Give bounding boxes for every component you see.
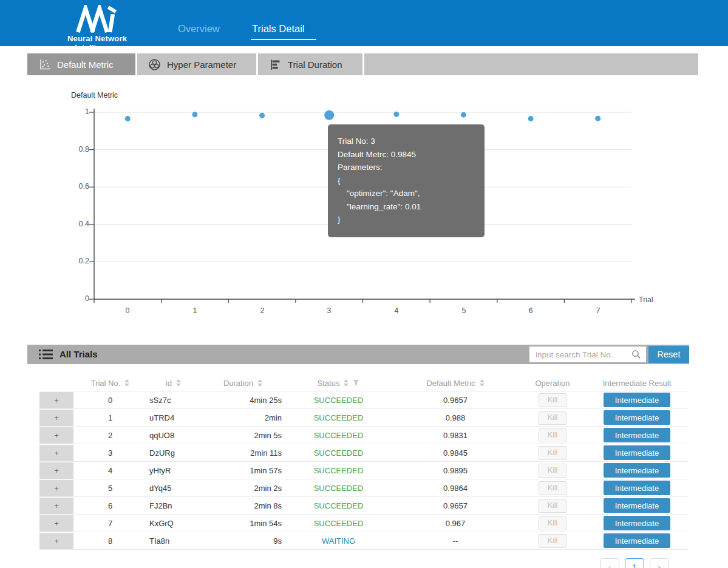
duration-cell: 1min 54s <box>200 519 285 528</box>
x-axis-name: Trial <box>639 296 653 304</box>
kill-button[interactable]: Kill <box>539 481 566 495</box>
search-box <box>529 347 646 362</box>
x-tick-label: 2 <box>244 306 281 315</box>
status-cell: SUCCEEDED <box>285 431 392 440</box>
tooltip-line: "optimizer": "Adam", <box>338 187 475 200</box>
expand-row-button[interactable]: + <box>39 445 73 461</box>
intermediate-button[interactable]: Intermediate <box>604 393 670 407</box>
status-cell: SUCCEEDED <box>285 466 392 475</box>
table-row: + 3 DzURg 2min 11s SUCCEEDED 0.9845 Kill… <box>39 444 688 462</box>
expand-row-button[interactable]: + <box>39 410 73 426</box>
kill-button[interactable]: Kill <box>539 516 566 530</box>
expand-row-button[interactable]: + <box>39 533 73 549</box>
x-tick-label: 3 <box>311 306 347 315</box>
expand-row-button[interactable]: + <box>39 480 73 496</box>
expand-row-button[interactable]: + <box>39 515 73 532</box>
intermediate-button[interactable]: Intermediate <box>604 533 670 548</box>
intermediate-button[interactable]: Intermediate <box>604 445 670 460</box>
kill-button[interactable]: Kill <box>539 428 566 442</box>
duration-cell: 1min 57s <box>200 466 285 475</box>
kill-button[interactable]: Kill <box>539 499 566 513</box>
intermediate-button[interactable]: Intermediate <box>604 428 670 442</box>
sort-icon[interactable] <box>480 379 485 387</box>
header-trial-no[interactable]: Trial No. <box>75 379 146 388</box>
kill-button[interactable]: Kill <box>539 446 566 460</box>
search-input[interactable] <box>529 347 646 362</box>
sort-icon[interactable] <box>344 379 349 387</box>
status-cell: WAITING <box>285 536 392 546</box>
y-tick-label: 0.2 <box>53 257 89 265</box>
expand-row-button[interactable]: + <box>39 427 73 444</box>
table-row: + 8 TIa8n 9s WAITING -- Kill Intermediat… <box>39 532 688 550</box>
sort-icon[interactable] <box>176 379 181 387</box>
pagination-prev-button[interactable]: ‹ <box>600 558 619 568</box>
expand-row-button[interactable]: + <box>39 392 73 408</box>
pagination: ‹ 1 › <box>600 558 669 568</box>
trial-id-cell: qqUO8 <box>146 431 200 440</box>
expand-row-button[interactable]: + <box>39 462 73 479</box>
metric-cell: 0.988 <box>392 413 519 422</box>
tooltip-line: Default Metrc: 0.9845 <box>338 148 475 161</box>
x-tick-label: 6 <box>512 306 549 315</box>
y-tick-label: 0.8 <box>53 145 89 154</box>
expand-row-button[interactable]: + <box>39 498 73 514</box>
kill-button[interactable]: Kill <box>539 464 566 478</box>
trial-no-cell: 2 <box>75 431 146 440</box>
tooltip-line: Trial No: 3 <box>338 135 475 148</box>
status-cell: SUCCEEDED <box>285 448 392 458</box>
status-cell: SUCCEEDED <box>285 501 392 510</box>
trial-no-cell: 3 <box>75 448 146 458</box>
table-row: + 4 yHtyR 1min 57s SUCCEEDED 0.9895 Kill… <box>39 462 688 479</box>
pagination-page-1[interactable]: 1 <box>625 558 644 568</box>
intermediate-button[interactable]: Intermediate <box>604 516 670 530</box>
duration-cell: 4min 25s <box>200 396 285 405</box>
trial-no-cell: 8 <box>75 536 146 546</box>
intermediate-button[interactable]: Intermediate <box>604 410 670 425</box>
list-icon <box>38 348 55 363</box>
header-intermediate-result: Intermediate Result <box>586 379 688 388</box>
kill-button[interactable]: Kill <box>539 393 566 407</box>
status-cell: SUCCEEDED <box>285 484 392 493</box>
table-row: + 2 qqUO8 2min 5s SUCCEEDED 0.9831 Kill … <box>39 427 688 444</box>
x-tick-label: 7 <box>580 306 616 315</box>
trial-id-cell: uTRD4 <box>146 413 200 422</box>
header-default-metric[interactable]: Default Metric <box>392 379 519 388</box>
table-row: + 0 sSz7c 4min 25s SUCCEEDED 0.9657 Kill… <box>39 391 688 409</box>
filter-funnel-icon[interactable] <box>353 379 359 388</box>
header-duration[interactable]: Duration <box>200 379 285 388</box>
nni-trials-detail-page: Neural Network Intelligence Overview Tri… <box>0 0 728 568</box>
status-cell: SUCCEEDED <box>285 396 392 405</box>
sort-icon[interactable] <box>257 379 262 387</box>
tooltip-line: } <box>338 213 475 226</box>
kill-button[interactable]: Kill <box>539 534 566 548</box>
all-trials-table: Trial No. Id Duration Status Default Met… <box>39 375 688 550</box>
trial-id-cell: KxGrQ <box>146 519 200 528</box>
header-id[interactable]: Id <box>146 379 200 388</box>
kill-button[interactable]: Kill <box>539 411 566 425</box>
trial-id-cell: TIa8n <box>146 536 200 546</box>
trial-id-cell: sSz7c <box>146 396 200 405</box>
trial-id-cell: yHtyR <box>146 466 200 475</box>
status-cell: SUCCEEDED <box>285 413 392 422</box>
tooltip-line: "learning_rate": 0.01 <box>338 200 475 214</box>
y-tick-label: 0 <box>53 294 89 303</box>
pagination-next-button[interactable]: › <box>650 558 669 568</box>
sort-icon[interactable] <box>124 379 129 387</box>
trial-id-cell: DzURg <box>146 448 200 458</box>
reset-button[interactable]: Reset <box>648 346 689 363</box>
status-cell: SUCCEEDED <box>285 519 392 528</box>
intermediate-button[interactable]: Intermediate <box>604 481 670 495</box>
metric-cell: 0.9831 <box>392 431 519 440</box>
header-status[interactable]: Status <box>285 379 392 388</box>
tooltip-line: Parameters: <box>338 161 475 174</box>
table-header-row: Trial No. Id Duration Status Default Met… <box>39 375 688 391</box>
intermediate-button[interactable]: Intermediate <box>604 498 670 513</box>
table-row: + 5 dYq45 2min 2s SUCCEEDED 0.9864 Kill … <box>39 479 688 497</box>
duration-cell: 9s <box>200 536 285 546</box>
duration-cell: 2min 5s <box>200 431 285 440</box>
x-tick-label: 5 <box>446 306 482 315</box>
search-icon[interactable] <box>631 350 641 362</box>
trial-no-cell: 6 <box>75 501 146 510</box>
duration-cell: 2min 8s <box>200 501 285 510</box>
intermediate-button[interactable]: Intermediate <box>604 463 670 478</box>
